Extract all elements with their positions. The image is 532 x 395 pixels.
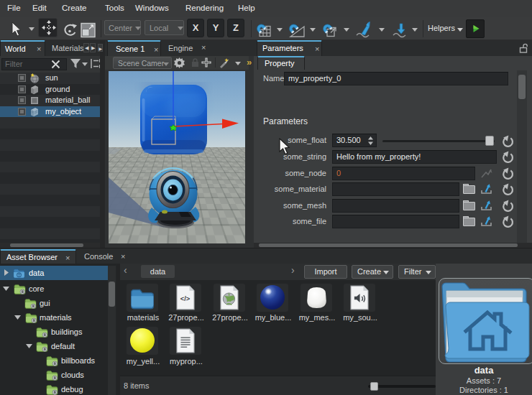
svg-text:</>: </>: [180, 295, 191, 302]
